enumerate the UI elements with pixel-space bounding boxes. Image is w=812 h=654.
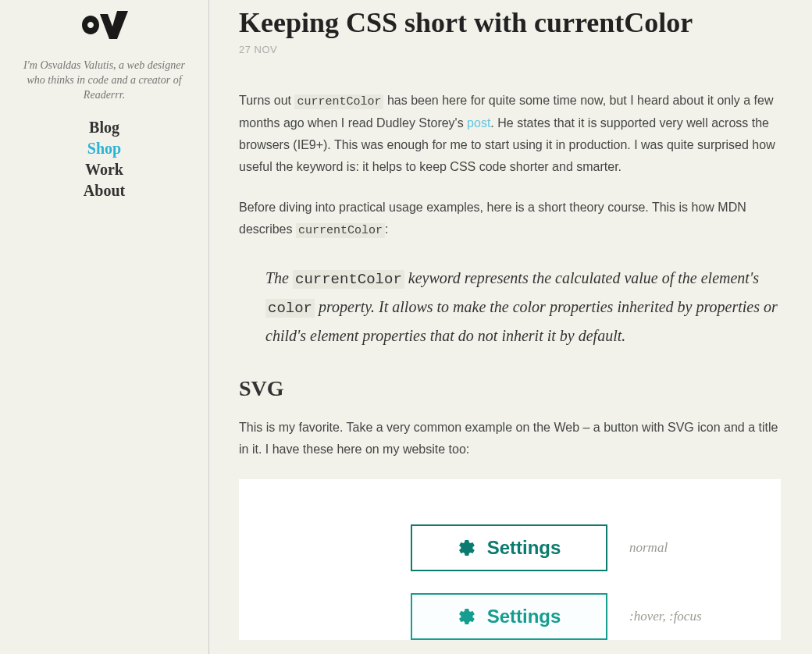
heading-svg: SVG: [239, 376, 781, 401]
text: property. It allows to make the color pr…: [265, 298, 778, 344]
sidebar: I'm Osvaldas Valutis, a web designer who…: [0, 0, 209, 654]
button-label: Settings: [487, 537, 561, 559]
settings-button-normal[interactable]: Settings: [411, 524, 607, 571]
article-date: 27 NOV: [239, 44, 781, 55]
text: :: [385, 222, 388, 236]
link-post[interactable]: post: [467, 116, 490, 130]
site-logo[interactable]: [81, 9, 128, 44]
text: Turns out: [239, 94, 294, 107]
article: Keeping CSS short with currentColor 27 N…: [209, 0, 812, 654]
tagline: I'm Osvaldas Valutis, a web designer who…: [0, 59, 208, 117]
demo-row-hover: Settings :hover, :focus: [239, 593, 781, 640]
paragraph-3: This is my favorite. Take a very common …: [239, 417, 781, 460]
gear-icon: [458, 538, 476, 557]
code-inline: currentColor: [294, 94, 383, 109]
code-inline: currentColor: [296, 223, 385, 238]
paragraph-1: Turns out currentColor has been here for…: [239, 90, 781, 178]
text: The: [265, 269, 293, 286]
main-nav: Blog Shop Work About: [0, 117, 208, 201]
article-title: Keeping CSS short with currentColor: [239, 6, 781, 39]
state-label-hover: :hover, :focus: [629, 609, 702, 624]
code-inline: color: [265, 299, 315, 318]
settings-button-hover[interactable]: Settings: [411, 593, 607, 640]
demo-row-normal: Settings normal: [239, 524, 781, 571]
nav-blog[interactable]: Blog: [0, 117, 208, 138]
logo-icon: [81, 9, 128, 44]
gear-icon: [458, 607, 476, 626]
nav-work[interactable]: Work: [0, 159, 208, 180]
paragraph-2: Before diving into practical usage examp…: [239, 197, 781, 241]
nav-shop[interactable]: Shop: [0, 138, 208, 159]
button-label: Settings: [487, 606, 561, 627]
nav-about[interactable]: About: [0, 180, 208, 201]
state-label-normal: normal: [629, 540, 668, 556]
code-inline: currentColor: [293, 270, 404, 289]
text: keyword represents the calculated value …: [404, 269, 759, 286]
demo-panel: Settings normal Settings :hover, :focus: [239, 479, 781, 640]
blockquote: The currentColor keyword represents the …: [239, 261, 781, 353]
